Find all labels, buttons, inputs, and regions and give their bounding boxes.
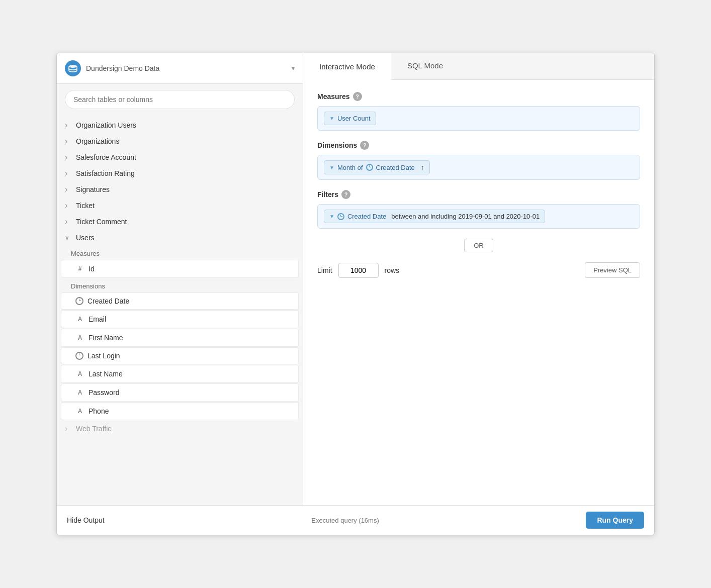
sidebar-item-signatures[interactable]: Signatures <box>57 181 303 198</box>
dimensions-section-label: Dimensions <box>57 278 303 292</box>
table-label: Signatures <box>76 185 110 193</box>
filters-title: Filters ? <box>317 190 640 199</box>
measure-pill[interactable]: ▼ User Count <box>324 112 376 125</box>
table-label: Organizations <box>76 137 119 145</box>
filter-label: Created Date <box>347 213 386 220</box>
measure-label: Id <box>88 265 95 273</box>
right-panel: Interactive Mode SQL Mode Measures ? ▼ U… <box>303 53 654 505</box>
pill-chevron-icon: ▼ <box>329 165 334 170</box>
sidebar-item-web-traffic[interactable]: Web Traffic <box>57 421 303 437</box>
chevron-down-icon <box>65 234 72 241</box>
sidebar: Dundersign Demo Data ▾ Organization User… <box>57 53 303 505</box>
sidebar-item-ticket[interactable]: Ticket <box>57 198 303 214</box>
bottom-bar: Hide Output Executed query (16ms) Run Qu… <box>57 505 654 535</box>
dimension-item-email[interactable]: A Email <box>61 310 299 328</box>
measure-box: ▼ User Count <box>317 106 640 131</box>
limit-input[interactable] <box>338 263 379 278</box>
db-logo-icon <box>65 60 81 76</box>
chevron-down-icon: ▾ <box>292 65 295 72</box>
dimension-label: Email <box>88 315 106 323</box>
table-label: Users <box>76 234 95 242</box>
tabs-bar: Interactive Mode SQL Mode <box>303 53 654 80</box>
sidebar-item-organizations[interactable]: Organizations <box>57 133 303 149</box>
filters-help-icon[interactable]: ? <box>341 190 350 199</box>
or-button[interactable]: OR <box>464 239 493 252</box>
run-query-button[interactable]: Run Query <box>586 512 644 529</box>
text-icon: A <box>75 388 84 397</box>
dimension-item-phone[interactable]: A Phone <box>61 402 299 420</box>
executed-label: Executed query (16ms) <box>311 517 379 524</box>
text-icon: A <box>75 333 84 342</box>
chevron-right-icon <box>65 186 72 193</box>
clock-icon <box>75 352 83 360</box>
dimension-label: Password <box>88 388 119 397</box>
filter-pill[interactable]: ▼ Created Date between and including 201… <box>324 210 545 223</box>
dimension-box: ▼ Month of Created Date ↑ <box>317 155 640 180</box>
table-label: Web Traffic <box>76 425 111 433</box>
chevron-right-icon <box>65 170 72 177</box>
sidebar-item-salesforce-account[interactable]: Salesforce Account <box>57 149 303 165</box>
measure-item-id[interactable]: # Id <box>61 260 299 278</box>
sidebar-item-organization-users[interactable]: Organization Users <box>57 117 303 133</box>
search-wrapper <box>57 84 303 115</box>
dimensions-help-icon[interactable]: ? <box>360 141 369 150</box>
db-name: Dundersign Demo Data <box>86 64 159 72</box>
text-icon: A <box>75 369 84 378</box>
chevron-right-icon <box>65 154 72 161</box>
dimension-item-created-date[interactable]: Created Date <box>61 292 299 310</box>
text-icon: A <box>75 407 84 416</box>
hash-icon: # <box>75 264 84 273</box>
dimension-label: Created Date <box>376 164 415 171</box>
table-label: Ticket Comment <box>76 218 127 226</box>
chevron-right-icon <box>65 218 72 225</box>
dimension-label: Last Login <box>87 352 120 360</box>
chevron-right-icon <box>65 122 72 129</box>
filter-box: ▼ Created Date between and including 201… <box>317 204 640 229</box>
query-panel: Measures ? ▼ User Count Dimensions ? <box>303 80 654 505</box>
measures-help-icon[interactable]: ? <box>353 92 362 101</box>
preview-sql-button[interactable]: Preview SQL <box>585 262 640 278</box>
measures-section-label: Measures <box>57 246 303 259</box>
dimension-item-password[interactable]: A Password <box>61 383 299 402</box>
clock-icon <box>366 164 373 171</box>
chevron-right-icon <box>65 425 72 432</box>
search-input[interactable] <box>65 90 295 109</box>
dimensions-title: Dimensions ? <box>317 141 640 150</box>
limit-label: Limit <box>317 266 332 274</box>
dimension-item-last-login[interactable]: Last Login <box>61 347 299 364</box>
table-label: Organization Users <box>76 121 136 129</box>
dimension-label: Phone <box>88 407 109 415</box>
measures-title: Measures ? <box>317 92 640 101</box>
svg-point-0 <box>69 65 77 68</box>
measure-pill-label: User Count <box>337 115 371 122</box>
tab-interactive[interactable]: Interactive Mode <box>303 53 391 80</box>
dimension-label: Created Date <box>87 297 129 305</box>
sidebar-item-users[interactable]: Users <box>57 230 303 246</box>
pill-chevron-icon: ▼ <box>329 214 334 219</box>
table-label: Salesforce Account <box>76 153 136 161</box>
dimension-item-first-name[interactable]: A First Name <box>61 329 299 347</box>
dimension-label: Last Name <box>88 370 123 378</box>
table-label: Satisfaction Rating <box>76 169 135 177</box>
sidebar-item-ticket-comment[interactable]: Ticket Comment <box>57 214 303 230</box>
db-selector[interactable]: Dundersign Demo Data ▾ <box>86 64 295 72</box>
table-list: Organization Users Organizations Salesfo… <box>57 115 303 505</box>
clock-icon <box>337 213 344 220</box>
text-icon: A <box>75 315 84 324</box>
tab-sql[interactable]: SQL Mode <box>391 53 459 79</box>
limit-row: Limit rows Preview SQL <box>317 262 640 278</box>
sidebar-item-satisfaction-rating[interactable]: Satisfaction Rating <box>57 165 303 181</box>
db-header: Dundersign Demo Data ▾ <box>57 53 303 84</box>
dimension-prefix: Month of <box>337 164 363 171</box>
hide-output-button[interactable]: Hide Output <box>67 516 105 524</box>
sort-asc-icon[interactable]: ↑ <box>421 163 424 171</box>
table-label: Ticket <box>76 202 95 210</box>
dimension-label: First Name <box>88 334 123 342</box>
clock-icon <box>75 297 83 305</box>
or-button-row: OR <box>317 239 640 252</box>
dimension-pill[interactable]: ▼ Month of Created Date ↑ <box>324 160 430 174</box>
rows-label: rows <box>385 266 400 274</box>
chevron-right-icon <box>65 202 72 209</box>
filter-condition: between and including 2019-09-01 and 202… <box>391 213 540 220</box>
dimension-item-last-name[interactable]: A Last Name <box>61 365 299 383</box>
